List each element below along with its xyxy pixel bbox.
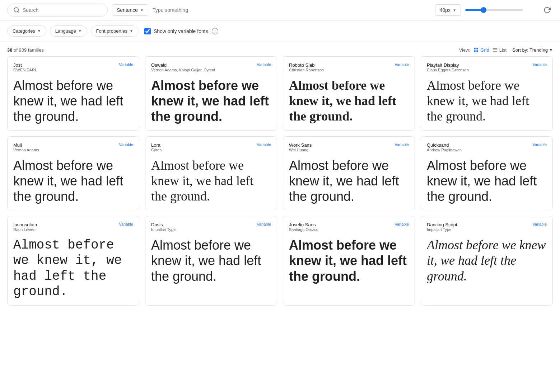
filter-bar: Categories ▼ Language ▼ Font properties … bbox=[0, 20, 560, 42]
list-view-button[interactable]: List bbox=[492, 47, 507, 53]
font-card[interactable]: Work Sans Wei Huang Variable Almost befo… bbox=[283, 136, 415, 211]
font-preview: Almost before we knew it, we had left th… bbox=[427, 158, 547, 204]
chevron-down-icon: ▼ bbox=[453, 8, 456, 12]
font-preview: Almost before we knew it, we had left th… bbox=[427, 237, 547, 284]
font-author: Cyreal bbox=[151, 148, 163, 152]
font-card[interactable]: Muli Vernon Adams Variable Almost before… bbox=[7, 136, 139, 211]
font-properties-button[interactable]: Font properties ▼ bbox=[91, 25, 139, 37]
font-preview: Almost before we knew it, we had left th… bbox=[289, 78, 409, 124]
font-preview: Almost before we knew it, we had left th… bbox=[427, 78, 547, 124]
variable-badge: Variable bbox=[257, 222, 271, 226]
sort-dropdown[interactable]: Sort by: Trending ▼ bbox=[512, 47, 553, 53]
info-icon[interactable]: i bbox=[212, 28, 218, 34]
font-preview: Almost before we knew it, we had left th… bbox=[13, 78, 133, 124]
search-input[interactable] bbox=[23, 7, 102, 13]
font-name: Lora bbox=[151, 142, 163, 148]
font-preview: Almost before we knew it, we had left th… bbox=[13, 237, 133, 299]
font-card-header: Roboto Slab Christian Robertson Variable bbox=[289, 62, 409, 76]
font-author: Raph Levien bbox=[13, 227, 37, 232]
font-grid: Jost OWEN EARL Variable Almost before we… bbox=[0, 56, 560, 313]
size-dropdown[interactable]: 40px ▼ bbox=[435, 4, 461, 16]
font-name: Dosis bbox=[151, 222, 176, 227]
font-card-header: Muli Vernon Adams Variable bbox=[13, 142, 133, 156]
chevron-down-icon: ▼ bbox=[78, 29, 82, 33]
font-card[interactable]: Quicksand Andrew Paglinawan Variable Alm… bbox=[421, 136, 553, 211]
type-something-input[interactable] bbox=[153, 4, 431, 16]
results-bar: 38 of 989 families View: Grid List Sor bbox=[0, 42, 560, 56]
svg-point-0 bbox=[14, 8, 18, 12]
language-button[interactable]: Language ▼ bbox=[50, 25, 87, 37]
font-name: Quicksand bbox=[427, 142, 462, 148]
font-card[interactable]: Josefin Sans Santiago Orozco Variable Al… bbox=[283, 216, 415, 306]
font-card[interactable]: Jost OWEN EARL Variable Almost before we… bbox=[7, 56, 139, 131]
font-card-header: Josefin Sans Santiago Orozco Variable bbox=[289, 222, 409, 236]
variable-badge: Variable bbox=[119, 222, 133, 226]
size-label: 40px bbox=[440, 7, 451, 13]
font-card-header: Dancing Script Impallari Type Variable bbox=[427, 222, 547, 236]
variable-badge: Variable bbox=[395, 62, 409, 67]
variable-badge: Variable bbox=[119, 142, 133, 147]
categories-button[interactable]: Categories ▼ bbox=[7, 25, 46, 37]
svg-rect-4 bbox=[474, 50, 476, 52]
font-card[interactable]: Dosis Impallari Type Variable Almost bef… bbox=[145, 216, 277, 306]
results-count-number: 38 bbox=[7, 47, 12, 53]
font-author: Wei Huang bbox=[289, 148, 312, 152]
font-author: Impallari Type bbox=[427, 227, 457, 232]
variable-badge: Variable bbox=[532, 142, 547, 147]
font-card[interactable]: Playfair Display Claus Eggers Sørensen V… bbox=[421, 56, 553, 131]
font-card-header: Dosis Impallari Type Variable bbox=[151, 222, 271, 236]
variable-badge: Variable bbox=[395, 142, 409, 147]
variable-badge: Variable bbox=[257, 62, 271, 67]
font-card[interactable]: Inconsolata Raph Levien Variable Almost … bbox=[7, 216, 139, 306]
font-card[interactable]: Roboto Slab Christian Robertson Variable… bbox=[283, 56, 415, 131]
variable-badge: Variable bbox=[257, 142, 271, 147]
font-card-header: Oswald Vernon Adams, Kalapi Gajjar, Cyre… bbox=[151, 62, 271, 76]
font-author: Impallari Type bbox=[151, 227, 176, 232]
results-count-text: of 989 families bbox=[14, 47, 44, 53]
variable-fonts-toggle[interactable]: Show only variable fonts bbox=[144, 28, 208, 34]
font-preview: Almost before we knew it, we had left th… bbox=[151, 78, 271, 124]
sentence-label: Sentence bbox=[117, 7, 138, 13]
svg-rect-2 bbox=[474, 48, 476, 49]
font-card-header: Quicksand Andrew Paglinawan Variable bbox=[427, 142, 547, 156]
font-size-slider[interactable] bbox=[465, 9, 523, 11]
variable-fonts-checkbox[interactable] bbox=[144, 28, 151, 34]
chevron-down-icon: ▼ bbox=[130, 29, 133, 33]
font-author: Vernon Adams, Kalapi Gajjar, Cyreal bbox=[151, 68, 215, 72]
font-author: OWEN EARL bbox=[13, 68, 37, 72]
search-icon bbox=[13, 7, 20, 13]
font-card[interactable]: Oswald Vernon Adams, Kalapi Gajjar, Cyre… bbox=[145, 56, 277, 131]
font-author: Vernon Adams bbox=[13, 148, 39, 152]
sentence-dropdown[interactable]: Sentence ▼ bbox=[112, 4, 148, 16]
grid-icon bbox=[473, 47, 479, 53]
search-box[interactable] bbox=[7, 4, 108, 16]
top-bar: Sentence ▼ 40px ▼ bbox=[0, 0, 560, 20]
chevron-down-icon: ▼ bbox=[140, 8, 144, 12]
view-sort: View: Grid List Sort by: Trending ▼ bbox=[459, 47, 553, 53]
font-name: Roboto Slab bbox=[289, 62, 324, 68]
font-preview: Almost before we knew it, we had left th… bbox=[13, 158, 133, 204]
font-name: Josefin Sans bbox=[289, 222, 318, 227]
list-label: List bbox=[499, 47, 507, 53]
font-author: Claus Eggers Sørensen bbox=[427, 68, 469, 72]
font-card-header: Playfair Display Claus Eggers Sørensen V… bbox=[427, 62, 547, 76]
view-options: View: Grid List bbox=[459, 47, 507, 53]
font-size-slider-container bbox=[465, 9, 537, 11]
font-preview: Almost before we knew it, we had left th… bbox=[151, 237, 271, 284]
font-card-header: Jost OWEN EARL Variable bbox=[13, 62, 133, 76]
chevron-down-icon: ▼ bbox=[549, 48, 553, 52]
grid-view-button[interactable]: Grid bbox=[473, 47, 489, 53]
svg-rect-3 bbox=[477, 48, 479, 49]
variable-badge: Variable bbox=[532, 62, 547, 67]
font-card[interactable]: Lora Cyreal Variable Almost before we kn… bbox=[145, 136, 277, 211]
chevron-down-icon: ▼ bbox=[37, 29, 41, 33]
svg-line-1 bbox=[18, 11, 19, 12]
refresh-button[interactable] bbox=[541, 4, 553, 16]
font-preview: Almost before we knew it, we had left th… bbox=[151, 158, 271, 204]
variable-badge: Variable bbox=[395, 222, 409, 226]
font-properties-label: Font properties bbox=[96, 28, 127, 34]
font-author: Santiago Orozco bbox=[289, 227, 318, 232]
font-name: Jost bbox=[13, 62, 37, 68]
font-card[interactable]: Dancing Script Impallari Type Variable A… bbox=[421, 216, 553, 306]
variable-badge: Variable bbox=[119, 62, 133, 67]
